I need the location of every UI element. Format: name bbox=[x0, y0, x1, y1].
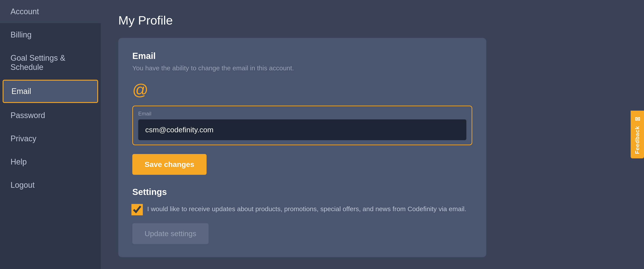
checkbox-label: I would like to receive updates about pr… bbox=[147, 204, 466, 214]
email-field-label: Email bbox=[138, 110, 466, 117]
feedback-envelope-icon: ✉ bbox=[634, 115, 641, 122]
update-settings-button[interactable]: Update settings bbox=[132, 223, 208, 244]
email-input[interactable] bbox=[138, 120, 466, 140]
feedback-tab[interactable]: Feedback ✉ bbox=[631, 110, 644, 158]
feedback-label: Feedback bbox=[634, 126, 641, 154]
page-title: My Profile bbox=[118, 13, 626, 28]
email-section-description: You have the ability to change the email… bbox=[132, 64, 472, 72]
sidebar-item-goal-settings[interactable]: Goal Settings & Schedule bbox=[0, 46, 101, 79]
email-card: Email You have the ability to change the… bbox=[118, 38, 486, 257]
sidebar-item-help[interactable]: Help bbox=[0, 150, 101, 174]
save-changes-button[interactable]: Save changes bbox=[132, 154, 206, 175]
at-icon: @ bbox=[132, 80, 148, 98]
feedback-tab-wrapper: Feedback ✉ bbox=[631, 110, 644, 158]
sidebar-item-password[interactable]: Password bbox=[0, 104, 101, 127]
sidebar-item-email[interactable]: Email bbox=[3, 80, 98, 103]
settings-section-title: Settings bbox=[132, 187, 472, 197]
receive-updates-checkbox-container bbox=[132, 205, 142, 214]
sidebar-item-account[interactable]: Account bbox=[0, 0, 101, 23]
email-icon-container: @ bbox=[132, 80, 472, 98]
email-section-title: Email bbox=[132, 51, 472, 61]
sidebar-item-billing[interactable]: Billing bbox=[0, 23, 101, 46]
checkbox-row: I would like to receive updates about pr… bbox=[132, 204, 472, 214]
receive-updates-checkbox[interactable] bbox=[132, 204, 143, 216]
sidebar: Account Billing Goal Settings & Schedule… bbox=[0, 0, 101, 269]
sidebar-item-logout[interactable]: Logout bbox=[0, 174, 101, 197]
sidebar-item-privacy[interactable]: Privacy bbox=[0, 127, 101, 150]
email-field-wrapper: Email bbox=[132, 106, 472, 145]
main-content: My Profile Email You have the ability to… bbox=[101, 0, 644, 269]
